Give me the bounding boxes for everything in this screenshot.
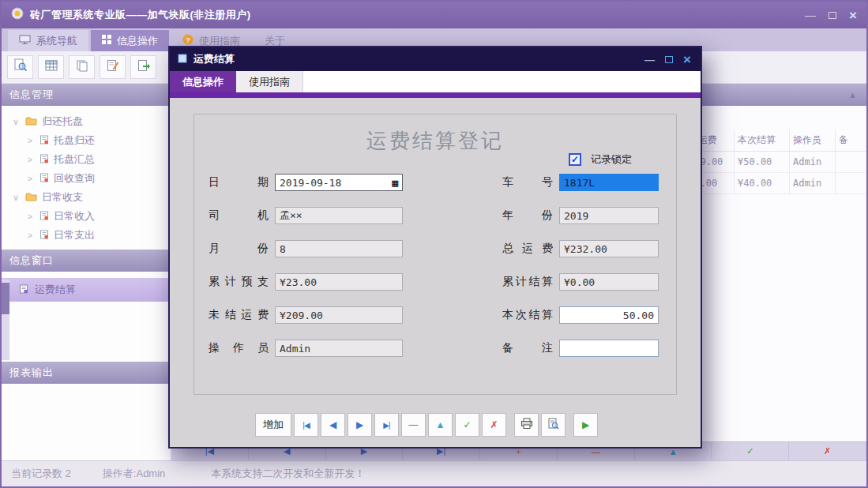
table-row[interactable]: 209.00 ¥50.00 Admin [685, 152, 866, 173]
vehicle-field[interactable]: 1817L [559, 174, 659, 191]
last-record-button[interactable]: ▶| [374, 413, 399, 437]
prev-record-button[interactable]: ◀ [321, 413, 345, 437]
maximize-icon [665, 56, 673, 63]
total-freight-field: ¥232.00 [559, 240, 659, 257]
sidebar-section-info-window: 信息窗口 [2, 250, 171, 272]
next-record-button[interactable]: ▶ [348, 413, 372, 437]
chevron-right-icon[interactable]: > [25, 212, 35, 221]
freight-settlement-dialog: 运费结算 — × 信息操作 使用指南 运费结算登记 ✓ 记录锁定 日 期 [168, 46, 702, 449]
tree-item-return-pallet[interactable]: ∨ 归还托盘 [2, 112, 171, 131]
tab-info-operation[interactable]: 信息操作 [91, 30, 169, 51]
form-icon [39, 135, 49, 147]
calendar-icon[interactable]: ▦ [392, 178, 398, 188]
delete-record-button[interactable]: — [401, 413, 426, 437]
printer-icon [520, 418, 533, 432]
app-logo-icon [11, 7, 24, 23]
driver-label: 司 机 [209, 208, 269, 223]
form-icon [39, 211, 49, 223]
tab-underline-bar [170, 92, 701, 98]
sidebar-section-report-output: 报表输出 [2, 362, 171, 384]
chevron-right-icon[interactable]: > [25, 231, 35, 240]
chevron-right-icon[interactable]: > [25, 136, 35, 145]
dialog-minimize-button[interactable]: — [644, 54, 655, 65]
app-window: 砖厂管理系统专业版——加气块版(非注册用户) — × 系统导航 信息操作 ? 使… [0, 0, 868, 488]
scrollbar-thumb[interactable] [2, 283, 9, 314]
month-label: 月 份 [209, 242, 269, 256]
form-panel: 运费结算登记 ✓ 记录锁定 日 期 2019-09-18 ▦ 车 号 1817L [194, 114, 677, 395]
operator-text: 操作者:Admin [103, 467, 165, 481]
copy-toolbar-button[interactable] [69, 55, 95, 79]
table-toolbar-button[interactable] [38, 55, 64, 79]
dialog-title: 运费结算 [194, 52, 235, 66]
dialog-tabbar: 信息操作 使用指南 [170, 71, 701, 92]
vehicle-label: 车 号 [502, 175, 553, 190]
print-button[interactable] [514, 413, 539, 437]
dialog-tab-user-guide[interactable]: 使用指南 [236, 71, 303, 92]
tree-item-recycle-query[interactable]: > 回收查询 [2, 169, 171, 188]
first-record-button[interactable]: |◀ [294, 413, 318, 437]
record-lock-control: ✓ 记录锁定 [569, 152, 632, 167]
edit-list-toolbar-button[interactable] [100, 55, 126, 79]
current-settlement-field[interactable]: 50.00 [559, 306, 659, 324]
sidebar-section-info-management: 信息管理 [2, 84, 171, 106]
chevron-down-icon[interactable]: ∨ [11, 193, 21, 203]
search-toolbar-button[interactable] [7, 55, 33, 79]
tree-item-pallet-summary[interactable]: > 托盘汇总 [2, 150, 171, 169]
window-controls: — × [805, 9, 857, 22]
preview-button[interactable] [541, 413, 566, 437]
form-title: 运费结算登记 [194, 127, 676, 155]
post-record-button[interactable]: ✓ [455, 413, 479, 437]
dialog-titlebar: 运费结算 — × [170, 47, 701, 71]
date-field[interactable]: 2019-09-18 ▦ [275, 174, 403, 191]
form-icon [19, 284, 28, 296]
dialog-button-bar: 增加 |◀ ◀ ▶ ▶| — ▲ ✓ ✗ ▶ [255, 413, 598, 437]
search-icon [13, 58, 28, 76]
settlement-form: 日 期 2019-09-18 ▦ 车 号 1817L 司 机 孟×× 年 份 2… [209, 174, 676, 357]
tree-item-daily-expense[interactable]: > 日常支出 [2, 226, 171, 245]
dialog-tab-info-operation[interactable]: 信息操作 [170, 71, 236, 92]
table-row[interactable]: 59.00 ¥40.00 Admin [685, 173, 866, 194]
operator-label: 操 作 员 [209, 341, 269, 355]
year-label: 年 份 [502, 208, 553, 223]
table-icon [45, 60, 58, 74]
cancel-record-button[interactable]: ✗ [482, 413, 506, 437]
sidebar-scrollbar[interactable] [2, 280, 9, 360]
maximize-icon [829, 12, 836, 19]
info-item-freight-settlement[interactable]: 运费结算 [2, 278, 171, 302]
operator-field: Admin [275, 340, 403, 357]
monitor-icon [19, 35, 31, 47]
current-settlement-label: 本次结算 [502, 308, 553, 322]
chevron-right-icon[interactable]: > [25, 155, 35, 164]
record-count-text: 当前记录数 2 [11, 467, 71, 481]
tab-system-navigation[interactable]: 系统导航 [8, 30, 88, 51]
form-icon [39, 230, 49, 242]
tree-item-daily-income[interactable]: > 日常收入 [2, 207, 171, 226]
maximize-button[interactable] [829, 9, 836, 21]
dialog-close-button[interactable]: × [683, 53, 691, 66]
chevron-down-icon[interactable]: ∨ [11, 117, 21, 127]
remark-field[interactable] [559, 340, 659, 357]
close-button[interactable]: × [849, 9, 857, 22]
advance-total-field: ¥23.00 [275, 273, 403, 291]
svg-text:?: ? [186, 36, 190, 44]
nav-post-button[interactable]: ✓ [712, 442, 789, 460]
report-toolbar-button[interactable] [130, 55, 156, 79]
minimize-button[interactable]: — [805, 9, 816, 21]
edit-record-button[interactable]: ▲ [428, 413, 453, 437]
status-bar: 当前记录数 2 操作者:Admin 本系统支持二次开发和全新开发！ [2, 460, 866, 486]
form-icon [39, 173, 49, 185]
dialog-maximize-button[interactable] [665, 54, 673, 65]
chevron-right-icon[interactable]: > [25, 174, 35, 183]
nav-cancel-button[interactable]: ✗ [789, 442, 866, 460]
collapse-panel-icon[interactable]: ▲ [848, 90, 857, 99]
add-button[interactable]: 增加 [255, 413, 291, 437]
grid-icon [102, 35, 111, 47]
tree-item-daily-finance[interactable]: ∨ 日常收支 [2, 188, 171, 207]
form-icon [39, 154, 49, 166]
run-button[interactable]: ▶ [573, 413, 598, 437]
driver-field: 孟×× [275, 207, 403, 224]
folder-icon [25, 192, 37, 204]
sidebar: 信息管理 ∨ 归还托盘 > 托盘归还 > 托盘汇总 > 回收查询 [2, 84, 171, 460]
tree-item-pallet-return[interactable]: > 托盘归还 [2, 131, 171, 150]
record-lock-checkbox[interactable]: ✓ [569, 153, 581, 166]
